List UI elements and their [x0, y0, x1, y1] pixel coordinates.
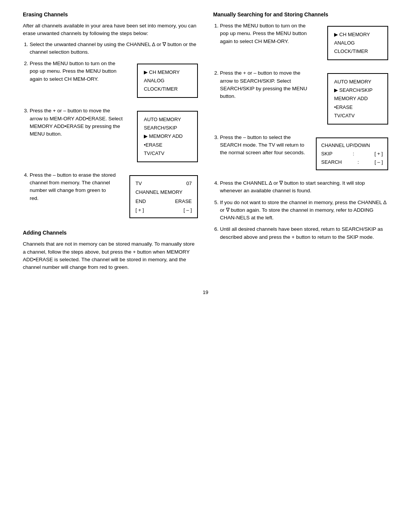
search-colon: :	[357, 158, 359, 166]
erasing-step-2: Press the MENU button to turn on the pop…	[30, 60, 198, 102]
manually-step-4: Press the CHANNEL ∆ or ∇ button to start…	[220, 179, 388, 195]
manually-step-1: Press the MENU button to turn on the pop…	[220, 22, 388, 64]
box-line-3: CLOCK/TIMER	[144, 85, 191, 93]
box-line-4: •ERASE	[144, 141, 191, 149]
skip-value: [ + ]	[374, 150, 383, 158]
left-column: Erasing Channels After all channels avai…	[23, 11, 198, 274]
erasing-step-2-block: Press the MENU button to turn on the pop…	[30, 60, 198, 102]
erasing-step-1: Select the unwanted channel by using the…	[30, 41, 198, 56]
tv-number: 07	[186, 179, 192, 188]
manually-step-1-text: Press the MENU button to turn on the pop…	[220, 22, 314, 45]
manually-steps-list: Press the MENU button to turn on the pop…	[213, 22, 388, 241]
tv-label: TV	[135, 179, 142, 188]
erasing-step-2-text: Press the MENU button to turn on the pop…	[30, 60, 123, 83]
plus-bracket: [ + ]	[135, 206, 144, 214]
tv-row-2: CHANNEL MEMORY	[135, 188, 192, 197]
right-auto-memory-box: AUTO MEMORY ▶ SEARCH/SKIP MEMORY ADD •ER…	[320, 69, 388, 128]
manually-step-2-text: Press the + or – button to move the arro…	[220, 69, 314, 100]
chbox-line1: CHANNEL UP/DOWN	[321, 141, 383, 150]
search-value: [ – ]	[374, 158, 383, 166]
rbox2-line5: TV/CATV	[334, 112, 381, 120]
rbox2-line4: •ERASE	[334, 103, 381, 112]
adding-channels-text: Channels that are not in memory can be s…	[23, 240, 198, 271]
erasing-step-2-box: ▶ CH MEMORY ANALOG CLOCK/TIMER	[129, 60, 198, 102]
rbox1-line1: ▶ CH MEMORY	[334, 30, 381, 39]
channel-updown-display: CHANNEL UP/DOWN SKIP : [ + ] SEARCH : [ …	[316, 137, 388, 170]
manually-step-3: Press the – button to select the SEARCH …	[220, 134, 388, 174]
tv-row-3: END ERASE	[135, 197, 192, 206]
box-line-2: SEARCH/SKIP	[144, 124, 191, 132]
manually-step-1-block: Press the MENU button to turn on the pop…	[220, 22, 388, 64]
adding-channels-title: Adding Channels	[23, 230, 198, 236]
box-line-1: AUTO MEMORY	[144, 115, 191, 124]
tv-row-4: [ + ] [ – ]	[135, 206, 192, 214]
erasing-step-3-box: AUTO MEMORY SEARCH/SKIP ▶ MEMORY ADD •ER…	[129, 107, 198, 166]
rbox1-line3: CLOCK/TIMER	[334, 47, 381, 56]
chbox-line3: SEARCH : [ – ]	[321, 158, 383, 166]
erasing-steps-list: Select the unwanted channel by using the…	[23, 41, 198, 222]
box-line-5: TV/CATV	[144, 149, 191, 158]
auto-memory-box-left: AUTO MEMORY SEARCH/SKIP ▶ MEMORY ADD •ER…	[137, 111, 198, 162]
erasing-step-3: Press the + or – button to move the arro…	[30, 107, 198, 166]
tv-erase-box: TV 07 CHANNEL MEMORY END ERASE [ + ] [ –…	[122, 171, 198, 222]
right-channel-updown-box: CHANNEL UP/DOWN SKIP : [ + ] SEARCH : [ …	[316, 134, 388, 174]
tv-channel-memory-box: TV 07 CHANNEL MEMORY END ERASE [ + ] [ –…	[129, 175, 198, 219]
manually-step-5: If you do not want to store the channel …	[220, 199, 388, 222]
page-number: 19	[23, 289, 388, 295]
page-layout: Erasing Channels After all channels avai…	[23, 11, 388, 274]
rbox1-line2: ANALOG	[334, 39, 381, 47]
box-line-2: ANALOG	[144, 77, 191, 85]
manually-searching-title: Manually Searching for and Storing Chann…	[213, 11, 388, 18]
box-line-3: ▶ MEMORY ADD	[144, 132, 191, 141]
right-ch-memory-box: ▶ CH MEMORY ANALOG CLOCK/TIMER	[320, 22, 388, 64]
rbox2-line3: MEMORY ADD	[334, 94, 381, 103]
manually-step-2-block: Press the + or – button to move the arro…	[220, 69, 388, 128]
erasing-step-4-block: Press the – button to erase the stored c…	[30, 171, 198, 222]
box-line-1: ▶ CH MEMORY	[144, 68, 191, 77]
manually-step-6-text: Until all desired channels have been sto…	[220, 226, 383, 240]
rbox2-line2: ▶ SEARCH/SKIP	[334, 86, 381, 94]
manually-step-3-block: Press the – button to select the SEARCH …	[220, 134, 388, 174]
erasing-step-4: Press the – button to erase the stored c…	[30, 171, 198, 222]
erase-label: ERASE	[175, 197, 192, 206]
erasing-channels-title: Erasing Channels	[23, 11, 198, 18]
erasing-step-3-text: Press the + or – button to move the arro…	[30, 107, 123, 138]
chbox-line2: SKIP : [ + ]	[321, 150, 383, 158]
erasing-step-3-block: Press the + or – button to move the arro…	[30, 107, 198, 166]
rbox2-line1: AUTO MEMORY	[334, 78, 381, 86]
end-label: END	[135, 197, 146, 206]
erasing-step-4-text: Press the – button to erase the stored c…	[30, 171, 116, 202]
skip-label: SKIP	[321, 150, 333, 158]
erasing-step-1-text: Select the unwanted channel by using the…	[30, 42, 196, 55]
erasing-intro: After all channels available in your are…	[23, 22, 198, 38]
manually-step-4-text: Press the CHANNEL ∆ or ∇ button to start…	[220, 180, 365, 193]
manually-step-2: Press the + or – button to move the arro…	[220, 69, 388, 128]
manually-step-3-text: Press the – button to select the SEARCH …	[220, 134, 310, 157]
right-box-2: AUTO MEMORY ▶ SEARCH/SKIP MEMORY ADD •ER…	[327, 73, 388, 124]
adding-channels-section: Adding Channels Channels that are not in…	[23, 230, 198, 271]
minus-bracket: [ – ]	[183, 206, 192, 214]
right-column: Manually Searching for and Storing Chann…	[213, 11, 388, 274]
tv-row-1: TV 07	[135, 179, 192, 188]
right-box-1: ▶ CH MEMORY ANALOG CLOCK/TIMER	[327, 26, 388, 60]
manually-step-6: Until all desired channels have been sto…	[220, 225, 388, 241]
search-label: SEARCH	[321, 158, 342, 166]
skip-colon: :	[353, 150, 354, 158]
ch-memory-box-left: ▶ CH MEMORY ANALOG CLOCK/TIMER	[137, 64, 198, 98]
manually-step-5-text: If you do not want to store the channel …	[220, 200, 386, 221]
